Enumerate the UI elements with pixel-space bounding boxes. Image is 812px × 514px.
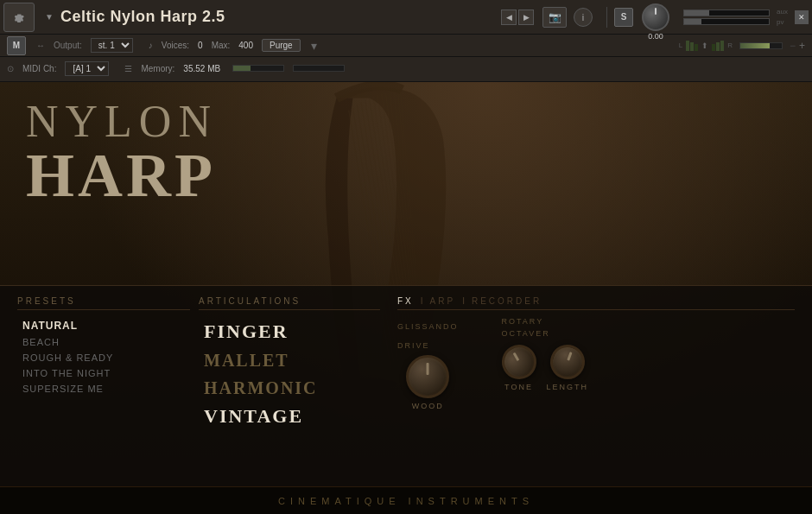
voices-icon: ♪ bbox=[149, 41, 153, 50]
fx-tab-recorder[interactable]: RECORDER bbox=[472, 296, 542, 306]
midi-select[interactable]: [A] 1 bbox=[65, 61, 109, 76]
meter-right bbox=[712, 41, 724, 51]
memory-label: Memory: bbox=[141, 64, 174, 73]
wood-label: WOOD bbox=[412, 402, 444, 410]
instrument-title: Celtic Nylon Harp 2.5 bbox=[60, 8, 498, 26]
tune-value: 0.00 bbox=[648, 32, 663, 41]
fx-left-labels: GLISSANDO bbox=[397, 317, 459, 333]
meter-bar bbox=[712, 44, 715, 51]
fx-tab-fx[interactable]: FX bbox=[397, 296, 414, 306]
fx-group-left: GLISSANDO DRIVE WOOD bbox=[397, 317, 459, 410]
length-knob-container: LENGTH bbox=[547, 345, 589, 391]
output-row: M ↔ Output: st. 1 ♪ Voices: 0 Max: 400 P… bbox=[0, 35, 812, 57]
memory-bar bbox=[232, 65, 284, 72]
meter-bar bbox=[690, 42, 694, 51]
length-label: LENGTH bbox=[547, 383, 589, 391]
fx-label-octaver: OCTAVER bbox=[502, 329, 589, 338]
close-button[interactable]: ✕ bbox=[795, 10, 809, 24]
volume-slider[interactable] bbox=[739, 42, 783, 49]
articulation-harmonic[interactable]: HARMONIC bbox=[199, 374, 380, 402]
articulation-mallet[interactable]: MALLET bbox=[199, 346, 380, 374]
dropdown-arrow-icon[interactable]: ▼ bbox=[45, 12, 54, 22]
gear-button[interactable] bbox=[3, 3, 35, 32]
meter-bar bbox=[720, 41, 724, 51]
title-row: ▼ Celtic Nylon Harp 2.5 ◀ ▶ 📷 i S Tune 0… bbox=[0, 0, 812, 35]
footer-text: CINEMATIQUE INSTRUMENTS bbox=[278, 496, 534, 506]
tone-knob-container: TONE bbox=[502, 345, 536, 391]
midi-row: ⊙ MIDI Ch: [A] 1 ☰ Memory: 35.52 MB bbox=[0, 57, 812, 79]
fx-group-right: ROTARY OCTAVER TONE LENGTH bbox=[502, 317, 589, 391]
fx-label-drive: DRIVE bbox=[397, 336, 459, 352]
nav-next-button[interactable]: ▶ bbox=[518, 10, 534, 25]
fx-section: FX I ARP I RECORDER GLISSANDO bbox=[380, 296, 795, 476]
level-bar-bottom bbox=[683, 18, 770, 25]
articulation-finger[interactable]: FINGER bbox=[199, 317, 380, 346]
meter-bar bbox=[695, 44, 698, 51]
fx-label-glissando: GLISSANDO bbox=[397, 317, 459, 333]
tone-knob[interactable] bbox=[495, 339, 542, 386]
level-bars bbox=[683, 10, 770, 25]
tune-group: Tune 0.00 bbox=[642, 0, 669, 41]
articulations-header: ARTICULATIONS bbox=[199, 296, 380, 310]
meter-left bbox=[686, 41, 698, 51]
title-overlay: NYLON HARP bbox=[26, 99, 218, 206]
preset-into-night[interactable]: INTO THE NIGHT bbox=[17, 365, 190, 381]
length-knob[interactable] bbox=[545, 339, 589, 384]
l-label: L bbox=[679, 41, 682, 49]
wood-knob[interactable] bbox=[406, 355, 449, 398]
harp-heading: HARP bbox=[26, 144, 218, 206]
volume-fill bbox=[740, 43, 770, 48]
meter-bar bbox=[686, 41, 689, 51]
aux-pv-labels: aux pv bbox=[777, 7, 788, 28]
fx-row: GLISSANDO DRIVE WOOD ROTARY bbox=[397, 317, 795, 410]
voices-value: 0 bbox=[198, 41, 203, 50]
meter-center-icon: ⬆ bbox=[701, 41, 708, 50]
memory-icon: ☰ bbox=[124, 64, 132, 73]
preset-rough-ready[interactable]: ROUGH & READY bbox=[17, 350, 190, 365]
preset-natural[interactable]: NATURAL bbox=[17, 317, 190, 334]
meter-bar bbox=[716, 42, 720, 51]
fx-label-rotary: ROTARY bbox=[502, 317, 589, 326]
camera-button[interactable]: 📷 bbox=[542, 7, 567, 28]
fx-sep2: I bbox=[462, 296, 465, 306]
pv-label: pv bbox=[777, 17, 788, 28]
articulations-section: ARTICULATIONS FINGER MALLET HARMONIC VIN… bbox=[190, 296, 380, 476]
tune-knob[interactable] bbox=[642, 3, 669, 31]
tone-label: TONE bbox=[504, 383, 533, 391]
level-bar-top bbox=[683, 10, 770, 16]
plus-btn[interactable]: + bbox=[799, 40, 805, 52]
main-area: NYLON HARP PRESETS NATURAL BEACH ROUGH &… bbox=[0, 82, 812, 514]
memory-bar-fill bbox=[233, 66, 251, 71]
articulation-vintage[interactable]: VINTAGE bbox=[199, 402, 380, 431]
fx-header: FX I ARP I RECORDER bbox=[397, 296, 795, 310]
max-value: 400 bbox=[238, 41, 253, 50]
minus-btn[interactable]: − bbox=[790, 40, 796, 52]
preset-beach[interactable]: BEACH bbox=[17, 334, 190, 350]
lr-meter: L ⬆ R − + bbox=[679, 40, 805, 52]
presets-header: PRESETS bbox=[17, 296, 190, 310]
right-knobs-row: TONE LENGTH bbox=[502, 345, 589, 391]
divider bbox=[606, 7, 607, 28]
r-label: R bbox=[727, 41, 733, 49]
purge-dropdown-icon[interactable]: ▾ bbox=[311, 39, 317, 53]
nylon-heading: NYLON bbox=[26, 99, 218, 144]
memory-bar2 bbox=[293, 65, 345, 72]
preset-supersize[interactable]: SUPERSIZE ME bbox=[17, 381, 190, 397]
memory-value: 35.52 MB bbox=[183, 64, 220, 73]
fx-tab-arp[interactable]: ARP bbox=[430, 296, 456, 306]
aux-label: aux bbox=[777, 7, 788, 17]
info-button[interactable]: i bbox=[574, 8, 593, 27]
output-select[interactable]: st. 1 bbox=[91, 38, 133, 53]
bottom-panel: PRESETS NATURAL BEACH ROUGH & READY INTO… bbox=[0, 285, 812, 514]
nav-prev-button[interactable]: ◀ bbox=[501, 10, 517, 25]
tune-label: Tune bbox=[645, 0, 667, 2]
footer: CINEMATIQUE INSTRUMENTS bbox=[0, 486, 812, 514]
m-button[interactable]: M bbox=[7, 36, 26, 55]
midi-label: MIDI Ch: bbox=[22, 64, 56, 73]
fx-sep1: I bbox=[421, 296, 423, 306]
wood-knob-container: WOOD bbox=[397, 355, 459, 410]
s-button[interactable]: S bbox=[614, 8, 633, 27]
max-label: Max: bbox=[212, 41, 231, 50]
panel-content: PRESETS NATURAL BEACH ROUGH & READY INTO… bbox=[0, 286, 812, 486]
purge-button[interactable]: Purge bbox=[262, 39, 301, 52]
